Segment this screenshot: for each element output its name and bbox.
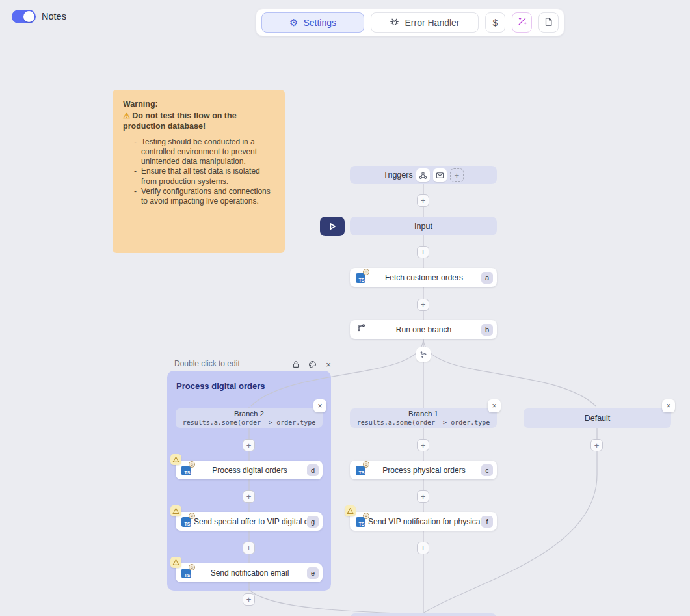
add-node-button[interactable]: + — [417, 246, 429, 258]
branch2-header-node[interactable]: Branch 2 results.a.some(order => order.t… — [176, 408, 323, 428]
node-run-one-branch[interactable]: Run one branch b — [350, 320, 497, 339]
bug-icon — [390, 17, 399, 29]
node-label: Process digital orders — [192, 466, 307, 475]
node-fetch-customer-orders[interactable]: TS☺ Fetch customer orders a — [350, 268, 497, 287]
typescript-icon: TS☺ — [181, 464, 192, 475]
add-node-button[interactable]: + — [417, 299, 429, 311]
branch2-close-button[interactable]: × — [313, 399, 326, 412]
node-key-badge: b — [481, 324, 493, 336]
node-label: Send VIP notification for physical... — [367, 517, 481, 526]
warning-note[interactable]: Warning: ⚠Do not test this flow on the p… — [113, 90, 285, 253]
branch2-condition-code: results.a.some(order => order.type — [183, 419, 316, 427]
run-flow-button[interactable] — [320, 217, 345, 236]
node-key-badge: d — [307, 464, 319, 476]
add-node-button[interactable]: + — [417, 490, 429, 503]
flow-canvas[interactable]: Notes ⚙ Settings Error Handler $ — [0, 0, 690, 616]
close-icon: × — [317, 401, 322, 410]
default-close-button[interactable]: × — [662, 399, 675, 412]
error-handler-label: Error Handler — [405, 18, 459, 28]
node-process-digital-orders[interactable]: TS☺ Process digital orders d — [176, 461, 323, 479]
node-label: Run one branch — [366, 325, 481, 334]
warning-triangle-icon — [347, 507, 354, 515]
ts-addon-badge-icon: ☺ — [363, 461, 369, 468]
input-node[interactable]: Input — [350, 217, 497, 235]
branch1-close-button[interactable]: × — [488, 399, 501, 412]
branch1-title: Branch 1 — [408, 410, 438, 419]
lock-icon — [292, 360, 300, 368]
group-color-button[interactable] — [307, 359, 317, 369]
ts-addon-badge-icon: ☺ — [189, 564, 195, 570]
document-icon — [544, 17, 553, 29]
add-node-button[interactable]: + — [243, 439, 255, 451]
add-node-button[interactable]: + — [243, 542, 255, 554]
dollar-button[interactable]: $ — [485, 12, 505, 33]
branch1-header-node[interactable]: Branch 1 results.a.some(order => order.t… — [350, 408, 497, 428]
typescript-icon: TS☺ — [181, 516, 192, 527]
warning-triangle-icon — [172, 456, 179, 463]
magic-wand-button[interactable] — [512, 12, 532, 33]
note-warning-line: ⚠Do not test this flow on the production… — [123, 111, 274, 132]
note-bullet: Testing should be conducted in a control… — [141, 137, 274, 167]
note-title: Warning: — [123, 100, 274, 110]
close-icon: × — [666, 401, 670, 410]
node-process-physical-orders[interactable]: TS☺ Process physical orders c — [350, 461, 497, 479]
close-icon: × — [326, 360, 331, 369]
warning-triangle-icon — [172, 559, 179, 566]
default-branch-title: Default — [585, 414, 611, 423]
ts-addon-badge-icon: ☺ — [189, 461, 195, 468]
notes-toggle[interactable] — [12, 10, 36, 23]
branch2-title: Branch 2 — [234, 410, 264, 419]
flow-connectors — [0, 0, 690, 616]
default-branch-node[interactable]: Default — [524, 408, 671, 428]
node-key-badge: a — [481, 272, 493, 284]
settings-button-label: Settings — [303, 18, 336, 28]
merge-node[interactable] — [350, 613, 497, 616]
mail-icon — [436, 171, 444, 180]
branch1-condition-code: results.a.some(order => order.type — [357, 419, 490, 427]
add-trigger-button[interactable]: + — [450, 168, 464, 182]
add-node-button[interactable]: + — [417, 439, 429, 451]
group-close-button[interactable]: × — [323, 359, 334, 369]
note-bullet: Ensure that all test data is isolated fr… — [141, 167, 274, 186]
add-node-button[interactable]: + — [243, 490, 255, 503]
typescript-icon: TS☺ — [181, 567, 192, 578]
group-edit-hint: Double click to edit — [174, 359, 240, 368]
typescript-icon: TS☺ — [356, 516, 367, 527]
node-send-notification-email[interactable]: TS☺ Send notification email e — [176, 563, 323, 582]
magic-wand-icon — [517, 16, 527, 29]
document-button[interactable] — [538, 12, 559, 33]
toggle-knob — [23, 11, 34, 22]
add-node-button[interactable]: + — [417, 542, 429, 554]
webhook-icon — [419, 171, 427, 180]
group-title: Process digital orders — [176, 381, 265, 391]
close-icon: × — [492, 401, 496, 410]
node-send-special-offer[interactable]: TS☺ Send special offer to VIP digital c.… — [176, 512, 323, 531]
warning-badge — [345, 505, 356, 516]
note-bullet: Verify configurations and connections to… — [141, 187, 274, 206]
branch-split-icon[interactable] — [416, 347, 431, 362]
node-send-vip-notification[interactable]: TS☺ Send VIP notification for physical..… — [350, 512, 497, 531]
warning-badge — [170, 454, 181, 465]
group-lock-button[interactable] — [291, 359, 301, 369]
webhook-trigger-button[interactable] — [416, 168, 430, 182]
add-node-button[interactable]: + — [243, 593, 255, 606]
warning-triangle-icon — [172, 507, 179, 515]
warning-emoji-icon: ⚠ — [123, 111, 130, 120]
typescript-icon: TS☺ — [356, 464, 367, 475]
error-handler-button[interactable]: Error Handler — [371, 12, 479, 33]
node-label: Send notification email — [192, 569, 307, 578]
triggers-label: Triggers — [383, 170, 412, 180]
add-node-button[interactable]: + — [590, 439, 603, 451]
triggers-node[interactable]: Triggers + — [350, 166, 497, 184]
add-node-button[interactable]: + — [417, 194, 429, 207]
warning-badge — [170, 505, 181, 516]
email-trigger-button[interactable] — [433, 168, 447, 182]
git-branch-icon — [356, 323, 366, 336]
settings-button[interactable]: ⚙ Settings — [261, 12, 364, 33]
group-process-digital-orders[interactable]: Process digital orders — [167, 371, 331, 591]
node-key-badge: f — [481, 516, 493, 528]
palette-icon — [308, 360, 317, 369]
node-key-badge: c — [481, 464, 493, 476]
top-toolbar: ⚙ Settings Error Handler $ — [256, 8, 564, 36]
warning-badge — [170, 557, 181, 568]
